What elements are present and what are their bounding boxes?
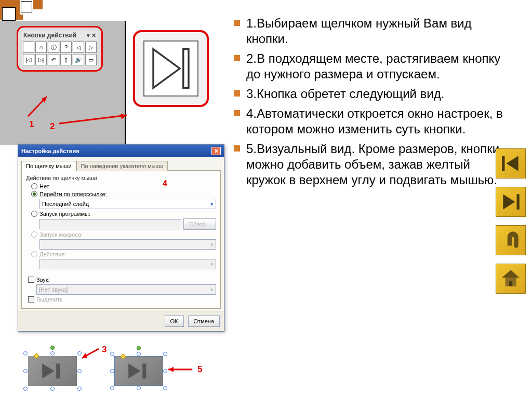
browse-button: Обзор... — [183, 218, 216, 230]
nav-icons-strip — [496, 148, 526, 294]
label-highlight: Выделить — [36, 296, 63, 303]
label-none: Нет — [39, 183, 49, 189]
nav-prev-button[interactable] — [496, 148, 526, 179]
tb-btn-info[interactable]: ⓘ — [48, 42, 59, 53]
action-dropdown: ▾ — [39, 259, 216, 269]
instruction-list: 1.Выбираем щелчком нужный Вам вид кнопки… — [234, 16, 509, 192]
rotate-handle[interactable] — [137, 346, 141, 350]
nav-next-button[interactable] — [496, 187, 526, 217]
forward-end-icon — [144, 42, 197, 95]
tb-btn-doc[interactable]: ▯ — [60, 54, 72, 65]
annotation-2: 2 — [50, 121, 55, 132]
svg-rect-17 — [517, 194, 520, 209]
bullet-icon — [234, 90, 240, 97]
bullet-icon — [234, 20, 240, 26]
program-path-input — [39, 219, 181, 229]
radio-program[interactable] — [31, 211, 37, 217]
tb-btn-first[interactable]: |◁ — [23, 54, 34, 65]
radio-action — [31, 251, 37, 257]
arrow-5 — [165, 363, 196, 376]
hyperlink-dropdown[interactable]: Последний слайд ▾ — [39, 199, 216, 209]
tb-btn-prev[interactable]: ◁ — [73, 42, 84, 53]
tb-btn-help[interactable]: ? — [60, 42, 72, 53]
bullet-1: 1.Выбираем щелчком нужный Вам вид кнопки… — [246, 16, 509, 47]
tb-btn-movie[interactable]: ▭ — [85, 54, 97, 65]
tb-btn-last[interactable]: ▷| — [35, 54, 47, 65]
arrow-2 — [54, 110, 132, 129]
action-settings-dialog: Настройка действия ✕ По щелчку мыши По н… — [18, 144, 224, 332]
tab-click[interactable]: По щелчку мыши — [21, 161, 76, 171]
sound-checkbox[interactable] — [28, 277, 34, 283]
radio-hyperlink[interactable] — [31, 191, 37, 197]
radio-none[interactable] — [31, 183, 37, 189]
label-action: Действие: — [39, 251, 66, 257]
radio-macro — [31, 231, 37, 238]
macro-dropdown: ▾ — [39, 239, 216, 250]
dialog-title: Настройка действия — [21, 148, 79, 154]
svg-marker-16 — [503, 194, 515, 209]
placed-action-button[interactable] — [28, 356, 77, 386]
placed-action-button-selected[interactable] — [114, 356, 163, 386]
svg-rect-1 — [183, 49, 189, 88]
svg-marker-18 — [502, 270, 520, 278]
svg-rect-14 — [502, 156, 504, 171]
tab-hover[interactable]: По наведении указателя мыши — [76, 161, 168, 171]
chevron-down-icon: ▾ — [210, 201, 214, 208]
toolbar-title: Кнопки действий — [23, 32, 76, 39]
arrow-1 — [22, 91, 53, 122]
bullet-3: 3.Кнопка обретет следующий вид. — [246, 86, 444, 102]
svg-marker-5 — [121, 114, 127, 119]
svg-rect-20 — [509, 281, 512, 286]
svg-marker-0 — [153, 49, 180, 88]
svg-marker-13 — [168, 367, 174, 372]
annotation-4: 4 — [163, 179, 167, 188]
nav-home-button[interactable] — [496, 264, 526, 294]
bullet-icon — [234, 110, 240, 116]
toolbar-close-icon[interactable]: ▾ ✕ — [87, 32, 96, 39]
label-sound: Звук: — [36, 277, 50, 283]
label-hyperlink: Перейти по гиперссылке: — [39, 191, 107, 197]
tb-btn-next[interactable]: ▷ — [85, 42, 97, 53]
highlight-checkbox — [28, 296, 34, 303]
bullet-2: 2.В подходящем месте, растягиваем кнопку… — [246, 51, 509, 82]
label-macro: Запуск макроса: — [39, 231, 83, 238]
cancel-button[interactable]: Отмена — [188, 315, 220, 327]
annotation-1: 1 — [29, 119, 34, 130]
bullet-icon — [234, 55, 240, 61]
tb-btn-home[interactable]: ⌂ — [35, 42, 47, 53]
label-program: Запуск программы: — [39, 211, 90, 217]
tb-btn-sound[interactable]: 🔊 — [73, 54, 84, 65]
nav-return-button[interactable] — [496, 225, 526, 255]
big-action-button-preview — [133, 30, 209, 107]
group-label: Действие по щелчку мыши — [26, 175, 216, 181]
bullet-icon — [234, 145, 240, 152]
dialog-close-button[interactable]: ✕ — [211, 147, 221, 155]
tb-btn-blank[interactable] — [23, 42, 34, 53]
sound-dropdown: [Нет звука]▾ — [36, 284, 216, 295]
bullet-4: 4.Автоматически откроется окно настроек,… — [246, 106, 509, 137]
action-buttons-toolbar: Кнопки действий ▾ ✕ ⌂ ⓘ ? ◁ ▷ |◁ ▷| ↶ ▯ … — [17, 26, 103, 72]
arrow-3 — [78, 347, 104, 362]
svg-marker-15 — [507, 156, 518, 171]
toolbar-button-grid: ⌂ ⓘ ? ◁ ▷ |◁ ▷| ↶ ▯ 🔊 ▭ — [21, 40, 98, 67]
ok-button[interactable]: ОК — [165, 315, 184, 327]
annotation-5: 5 — [197, 364, 202, 375]
rotate-handle[interactable] — [50, 346, 55, 350]
annotation-3: 3 — [102, 345, 107, 355]
bullet-5: 5.Визуальный вид. Кроме размеров, кнопки… — [246, 141, 509, 188]
svg-line-4 — [59, 115, 127, 123]
tb-btn-return[interactable]: ↶ — [48, 54, 59, 65]
